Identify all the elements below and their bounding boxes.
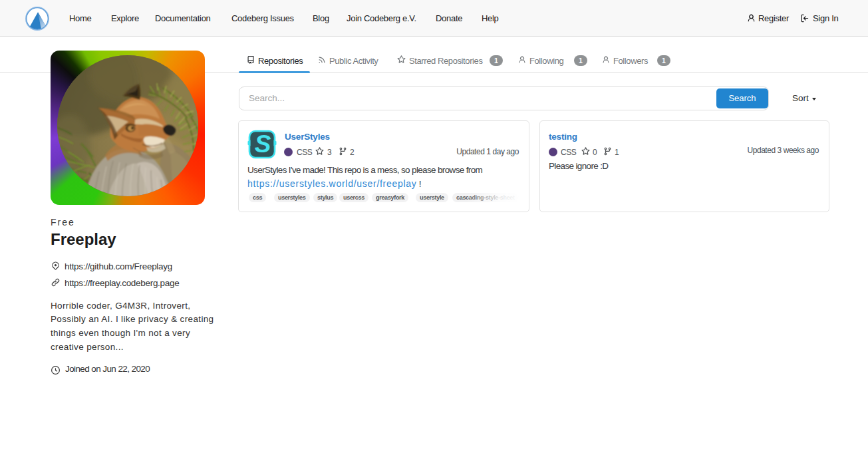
- svg-text:S: S: [255, 130, 271, 158]
